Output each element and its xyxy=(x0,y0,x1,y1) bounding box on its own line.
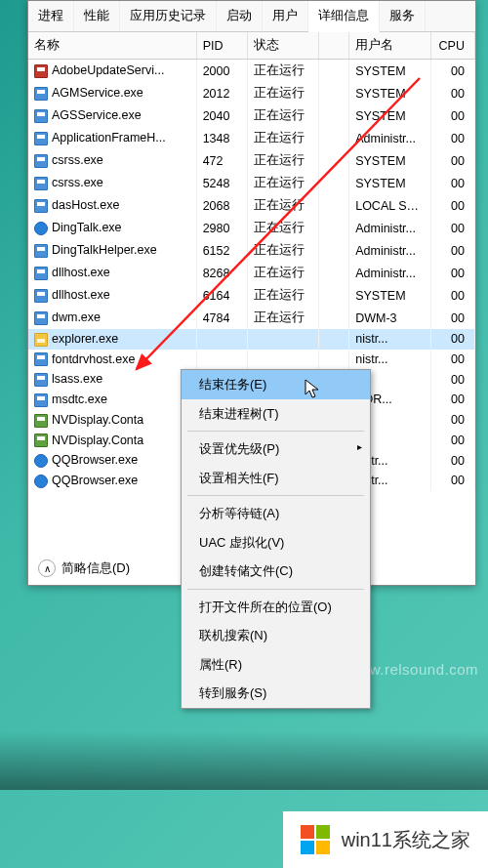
process-cpu: 00 xyxy=(430,239,474,262)
process-status: 正在运行 xyxy=(247,307,318,329)
process-status: 正在运行 xyxy=(247,284,318,307)
table-row[interactable]: dasHost.exe2068正在运行LOCAL SE...00 xyxy=(28,194,475,217)
process-pid: 6164 xyxy=(196,284,247,307)
process-icon xyxy=(34,454,48,468)
process-icon xyxy=(34,64,48,78)
column-header[interactable]: CPU xyxy=(430,32,474,60)
process-icon xyxy=(34,154,48,168)
tab-1[interactable]: 性能 xyxy=(74,1,120,31)
process-pid: 2980 xyxy=(196,217,247,239)
column-header[interactable]: PID xyxy=(196,32,247,60)
process-status: 正在运行 xyxy=(247,262,318,284)
tab-0[interactable]: 进程 xyxy=(28,1,74,31)
column-header[interactable]: 名称 xyxy=(28,32,196,60)
process-cpu: 00 xyxy=(430,390,474,410)
process-user: SYSTEM xyxy=(349,60,430,83)
windows-logo-icon xyxy=(301,825,330,854)
chevron-up-icon[interactable]: ∧ xyxy=(38,559,56,577)
table-row[interactable]: dllhost.exe8268正在运行Administr...00 xyxy=(28,262,475,284)
menu-item[interactable]: 转到服务(S) xyxy=(182,679,370,708)
process-name: msdtc.exe xyxy=(52,393,107,406)
process-pid: 2012 xyxy=(196,82,247,104)
process-pid: 2040 xyxy=(196,104,247,127)
brief-info-link[interactable]: 简略信息(D) xyxy=(61,559,130,577)
process-cpu: 00 xyxy=(430,60,474,83)
menu-separator xyxy=(187,431,364,432)
site-logo: win11系统之家 xyxy=(283,811,488,868)
process-status: 正在运行 xyxy=(247,239,318,262)
process-icon xyxy=(34,311,48,325)
process-cpu: 00 xyxy=(430,194,474,217)
process-icon xyxy=(34,373,48,387)
site-name: win11系统之家 xyxy=(342,827,470,853)
process-name: NVDisplay.Conta xyxy=(52,413,143,427)
process-pid: 6152 xyxy=(196,239,247,262)
table-row[interactable]: AdobeUpdateServi...2000正在运行SYSTEM00 xyxy=(28,60,475,83)
tab-2[interactable]: 应用历史记录 xyxy=(120,1,217,31)
process-user: nistr... xyxy=(349,350,430,370)
process-user: SYSTEM xyxy=(349,82,430,104)
menu-item[interactable]: 创建转储文件(C) xyxy=(182,557,370,586)
table-row[interactable]: csrss.exe472正在运行SYSTEM00 xyxy=(28,149,475,172)
tab-4[interactable]: 用户 xyxy=(263,1,308,31)
tab-bar: 进程性能应用历史记录启动用户详细信息服务 xyxy=(28,1,475,32)
process-pid: 2000 xyxy=(196,60,247,83)
process-cpu: 00 xyxy=(430,329,474,350)
process-cpu: 00 xyxy=(430,471,474,491)
process-icon xyxy=(34,109,48,123)
process-pid: 8268 xyxy=(196,262,247,284)
menu-item[interactable]: 分析等待链(A) xyxy=(182,499,370,528)
table-row[interactable]: dllhost.exe6164正在运行SYSTEM00 xyxy=(28,284,475,307)
process-cpu: 00 xyxy=(430,307,474,329)
tab-6[interactable]: 服务 xyxy=(380,1,426,31)
column-header[interactable]: 用户名 xyxy=(349,32,430,60)
menu-item[interactable]: 结束任务(E) xyxy=(182,370,370,399)
process-name: csrss.exe xyxy=(52,176,103,189)
menu-item[interactable]: 联机搜索(N) xyxy=(182,621,370,650)
table-row[interactable]: DingTalk.exe2980正在运行Administr...00 xyxy=(28,217,475,239)
process-pid xyxy=(196,329,247,350)
process-icon xyxy=(34,222,48,235)
menu-item[interactable]: 属性(R) xyxy=(182,650,370,680)
process-cpu: 00 xyxy=(430,284,474,307)
table-row[interactable]: explorer.exenistr...00 xyxy=(28,329,475,350)
process-cpu: 00 xyxy=(430,217,474,239)
process-name: lsass.exe xyxy=(52,372,102,386)
process-icon xyxy=(34,434,48,447)
column-header[interactable] xyxy=(318,32,348,60)
process-pid: 1348 xyxy=(196,127,247,149)
column-header[interactable]: 状态 xyxy=(247,32,318,60)
footer-bar: ∧ 简略信息(D) xyxy=(38,559,130,577)
table-row[interactable]: DingTalkHelper.exe6152正在运行Administr...00 xyxy=(28,239,475,262)
process-name: QQBrowser.exe xyxy=(52,474,138,487)
process-user: DWM-3 xyxy=(349,307,430,329)
table-row[interactable]: AGSService.exe2040正在运行SYSTEM00 xyxy=(28,104,475,127)
process-name: AdobeUpdateServi... xyxy=(52,63,164,77)
menu-item[interactable]: 设置优先级(P) xyxy=(182,434,370,464)
process-name: AGMService.exe xyxy=(52,86,143,100)
process-cpu: 00 xyxy=(430,82,474,104)
menu-item[interactable]: UAC 虚拟化(V) xyxy=(182,528,370,558)
table-row[interactable]: AGMService.exe2012正在运行SYSTEM00 xyxy=(28,82,475,104)
menu-item[interactable]: 设置相关性(F) xyxy=(182,464,370,493)
table-row[interactable]: fontdrvhost.exenistr...00 xyxy=(28,350,475,370)
table-row[interactable]: ApplicationFrameH...1348正在运行Administr...… xyxy=(28,127,475,149)
process-status xyxy=(247,350,318,370)
process-status: 正在运行 xyxy=(247,194,318,217)
process-cpu: 00 xyxy=(430,172,474,194)
process-user: Administr... xyxy=(349,127,430,149)
table-row[interactable]: dwm.exe4784正在运行DWM-300 xyxy=(28,307,475,329)
process-icon xyxy=(34,414,48,428)
process-cpu: 00 xyxy=(430,262,474,284)
menu-item[interactable]: 结束进程树(T) xyxy=(182,399,370,429)
menu-item[interactable]: 打开文件所在的位置(O) xyxy=(182,593,370,622)
process-user: LOCAL SE... xyxy=(349,194,430,217)
tab-3[interactable]: 启动 xyxy=(217,1,263,31)
table-row[interactable]: csrss.exe5248正在运行SYSTEM00 xyxy=(28,172,475,194)
process-status: 正在运行 xyxy=(247,149,318,172)
process-icon xyxy=(34,289,48,303)
process-status: 正在运行 xyxy=(247,104,318,127)
process-pid: 2068 xyxy=(196,194,247,217)
process-cpu: 00 xyxy=(430,450,474,471)
tab-5[interactable]: 详细信息 xyxy=(308,1,380,32)
